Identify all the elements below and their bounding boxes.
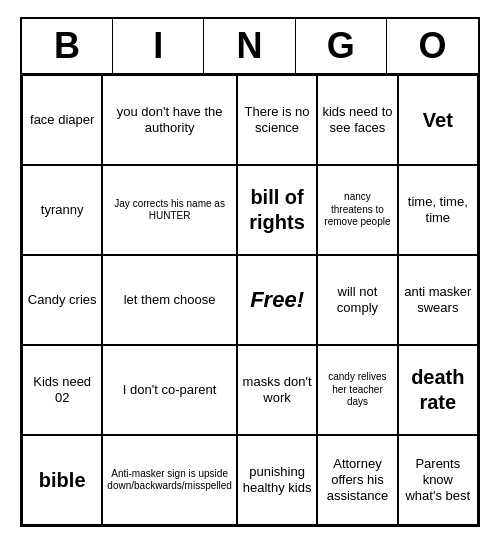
- bingo-card: BINGO face diaperyou don't have the auth…: [20, 17, 480, 527]
- bingo-cell: Jay corrects his name as HUNTER: [102, 165, 237, 255]
- bingo-cell: kids need to see faces: [317, 75, 397, 165]
- bingo-cell: There is no science: [237, 75, 317, 165]
- header-letter: O: [387, 19, 478, 73]
- bingo-cell: masks don't work: [237, 345, 317, 435]
- header-letter: G: [296, 19, 387, 73]
- bingo-cell: Free!: [237, 255, 317, 345]
- bingo-cell: will not comply: [317, 255, 397, 345]
- bingo-cell: anti masker swears: [398, 255, 478, 345]
- bingo-cell: Vet: [398, 75, 478, 165]
- header-letter: B: [22, 19, 113, 73]
- bingo-cell: Anti-masker sign is upside down/backward…: [102, 435, 237, 525]
- bingo-cell: punishing healthy kids: [237, 435, 317, 525]
- bingo-cell: bible: [22, 435, 102, 525]
- header-letter: N: [204, 19, 295, 73]
- bingo-grid: face diaperyou don't have the authorityT…: [22, 75, 478, 525]
- bingo-cell: Candy cries: [22, 255, 102, 345]
- bingo-cell: nancy threatens to remove people: [317, 165, 397, 255]
- bingo-header: BINGO: [22, 19, 478, 75]
- bingo-cell: face diaper: [22, 75, 102, 165]
- bingo-cell: you don't have the authority: [102, 75, 237, 165]
- bingo-cell: time, time, time: [398, 165, 478, 255]
- bingo-cell: Kids need 02: [22, 345, 102, 435]
- bingo-cell: Attorney offers his assistance: [317, 435, 397, 525]
- bingo-cell: death rate: [398, 345, 478, 435]
- bingo-cell: tyranny: [22, 165, 102, 255]
- header-letter: I: [113, 19, 204, 73]
- bingo-cell: candy relives her teacher days: [317, 345, 397, 435]
- bingo-cell: I don't co-parent: [102, 345, 237, 435]
- bingo-cell: let them choose: [102, 255, 237, 345]
- bingo-cell: Parents know what's best: [398, 435, 478, 525]
- bingo-cell: bill of rights: [237, 165, 317, 255]
